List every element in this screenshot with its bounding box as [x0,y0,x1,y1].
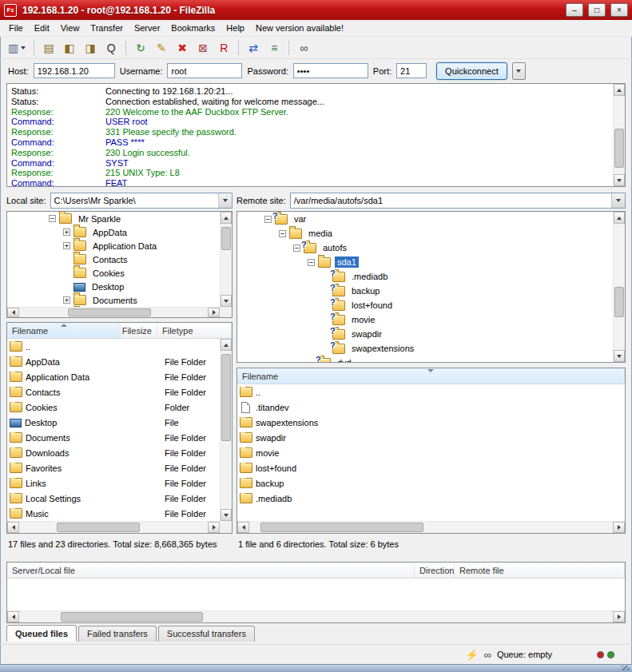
menu-item-bookmarks[interactable]: Bookmarks [165,21,221,35]
scrollbar-track[interactable] [249,522,613,533]
tree-item-movie[interactable]: ?movie [237,312,625,327]
username-input[interactable] [167,63,242,78]
minimize-button[interactable]: – [566,3,583,17]
port-input[interactable] [396,63,427,78]
file-row-links[interactable]: LinksFile Folder [7,475,232,491]
scrollbar-thumb[interactable] [614,287,624,317]
process-queue-button[interactable]: ✎ [152,39,171,57]
scrollbar-track[interactable] [19,308,208,317]
scrollbar-thumb[interactable] [61,612,203,622]
tree-item-lost-found[interactable]: ?lost+found [237,298,625,312]
tree-item-documents[interactable]: +Documents [7,293,232,307]
site-manager-button[interactable]: ▥ [5,39,29,57]
tree-item-var[interactable]: −?var [237,212,625,226]
disconnect-button[interactable]: ⊠ [193,39,213,57]
scroll-down-button[interactable] [614,350,625,362]
directory-comparison-button[interactable]: ⇄ [244,39,263,57]
scrollbar-thumb[interactable] [614,129,624,168]
menu-item-edit[interactable]: Edit [29,21,55,35]
file-row-backup[interactable]: backup [237,475,625,491]
remote-site-dropdown-button[interactable] [611,193,625,208]
scrollbar-thumb[interactable] [221,354,231,441]
tree-item-desktop[interactable]: Desktop [7,280,232,293]
file-row-cookies[interactable]: CookiesFolder [7,400,232,415]
scroll-up-button[interactable] [614,84,625,96]
scroll-left-button[interactable] [7,308,19,317]
file-row-mediadb[interactable]: .mediadb [237,491,625,506]
password-input[interactable] [293,63,368,78]
menu-item-transfer[interactable]: Transfer [85,21,129,35]
quickconnect-dropdown-button[interactable] [512,62,526,80]
collapse-minus-icon[interactable]: − [308,259,315,266]
tree-item-autofs[interactable]: −?autofs [237,241,625,255]
remote-tree-vertical-scrollbar[interactable] [613,212,625,362]
close-button[interactable]: × [610,3,628,17]
scrollbar-track[interactable] [19,522,208,533]
remote-site-combo[interactable]: /var/media/autofs/sda1 [290,193,626,209]
scroll-right-button[interactable] [613,522,625,533]
file-row-music[interactable]: MusicFile Folder [7,506,232,521]
tree-item-swapextensions[interactable]: ?swapextensions [237,341,625,356]
scroll-right-button[interactable] [613,611,625,622]
scroll-left-button[interactable] [7,611,19,622]
column-header-filetype[interactable]: Filetype [157,323,232,338]
synchronized-browsing-button[interactable]: ≡ [264,39,284,57]
file-row-[interactable]: .. [7,339,232,354]
reconnect-button[interactable]: R [214,39,233,57]
local-list-vertical-scrollbar[interactable] [220,339,232,521]
scrollbar-track[interactable] [614,224,625,350]
scroll-right-button[interactable] [208,522,220,533]
scrollbar-thumb[interactable] [221,227,231,249]
tab-queued-files[interactable]: Queued files [6,625,77,642]
local-site-dropdown-button[interactable] [218,193,232,208]
resize-grip[interactable] [622,666,630,670]
column-header-filename[interactable]: Filename [237,368,625,384]
file-row-application-data[interactable]: Application DataFile Folder [7,369,232,384]
tree-item-swapdir[interactable]: ?swapdir [237,327,625,341]
tree-item-appdata[interactable]: +AppData [7,225,232,239]
collapse-minus-icon[interactable]: − [293,245,300,252]
tree-item-cookies[interactable]: Cookies [7,266,232,280]
scrollbar-track[interactable] [221,224,232,295]
find-files-button[interactable]: ∞ [294,39,313,57]
collapse-minus-icon[interactable]: − [279,230,286,237]
host-input[interactable] [34,63,115,78]
scroll-up-button[interactable] [221,339,232,351]
menu-item-help[interactable]: Help [221,21,250,35]
scroll-right-button[interactable] [208,308,220,317]
file-row-local-settings[interactable]: Local SettingsFile Folder [7,491,232,506]
file-row-[interactable]: .. [237,384,625,400]
file-row-contacts[interactable]: ContactsFile Folder [7,384,232,400]
file-row-documents[interactable]: DocumentsFile Folder [7,430,232,445]
tree-item-mr-sparkle[interactable]: −Mr Sparkle [7,212,232,225]
file-row-favorites[interactable]: FavoritesFile Folder [7,460,232,475]
menu-item-file[interactable]: File [3,21,29,35]
tree-item-backup[interactable]: ?backup [237,284,625,298]
local-list-horizontal-scrollbar[interactable] [7,521,220,533]
scroll-down-button[interactable] [614,174,625,186]
chevron-down-icon[interactable] [21,46,26,50]
scrollbar-thumb[interactable] [260,523,424,532]
file-row-titandev[interactable]: .titandev [237,400,625,415]
menu-item-view[interactable]: View [55,21,85,35]
file-row-appdata[interactable]: AppDataFile Folder [7,354,232,369]
scrollbar-thumb[interactable] [57,523,140,532]
tree-item-contacts[interactable]: Contacts [7,252,232,266]
tab-successful-transfers[interactable]: Successful transfers [158,626,255,642]
scroll-up-button[interactable] [614,212,625,224]
tree-item-media[interactable]: −media [237,226,625,241]
column-header-remote-file[interactable]: Remote file [455,563,625,578]
quickconnect-button[interactable]: Quickconnect [436,62,507,80]
local-tree-horizontal-scrollbar[interactable] [7,307,220,317]
titlebar[interactable]: Fz 192.168.1.20 - root@192.168.1.20 - Fi… [0,0,632,20]
toggle-message-log-button[interactable]: ▤ [39,39,58,57]
maximize-button[interactable]: □ [588,3,606,17]
expand-plus-icon[interactable]: + [63,296,70,304]
tree-item-sda1[interactable]: −sda1 [237,255,625,269]
local-site-combo[interactable]: C:\Users\Mr Sparkle\ [50,193,233,209]
menu-item-server[interactable]: Server [129,21,165,35]
refresh-button[interactable]: ↻ [131,39,150,57]
file-row-movie[interactable]: movie [237,445,625,460]
column-header-filename[interactable]: Filename [7,323,121,338]
menu-item-new-version-available[interactable]: New version available! [250,21,349,35]
